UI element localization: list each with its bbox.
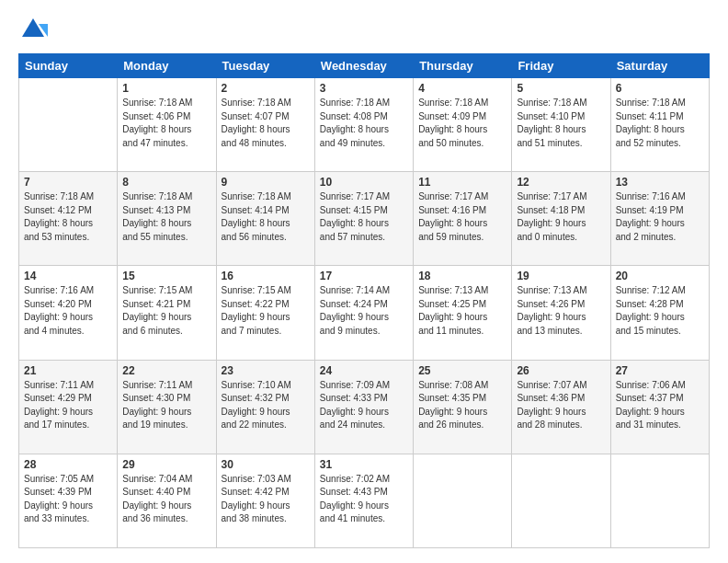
day-info: Sunrise: 7:06 AMSunset: 4:37 PMDaylight:…	[616, 379, 704, 432]
week-row-3: 14Sunrise: 7:16 AMSunset: 4:20 PMDayligh…	[19, 266, 710, 360]
day-info: Sunrise: 7:03 AMSunset: 4:42 PMDaylight:…	[222, 473, 310, 526]
day-info: Sunrise: 7:14 AMSunset: 4:24 PMDaylight:…	[320, 284, 408, 338]
day-info: Sunrise: 7:18 AMSunset: 4:09 PMDaylight:…	[418, 97, 506, 150]
week-row-4: 21Sunrise: 7:11 AMSunset: 4:29 PMDayligh…	[19, 360, 710, 454]
day-number: 27	[616, 364, 704, 377]
calendar-cell: 17Sunrise: 7:14 AMSunset: 4:24 PMDayligh…	[314, 266, 413, 360]
calendar-cell: 10Sunrise: 7:17 AMSunset: 4:15 PMDayligh…	[314, 172, 413, 266]
calendar-cell: 3Sunrise: 7:18 AMSunset: 4:08 PMDaylight…	[314, 78, 413, 172]
day-info: Sunrise: 7:18 AMSunset: 4:12 PMDaylight:…	[24, 190, 112, 244]
calendar-cell: 20Sunrise: 7:12 AMSunset: 4:28 PMDayligh…	[610, 266, 709, 360]
week-row-2: 7Sunrise: 7:18 AMSunset: 4:12 PMDaylight…	[19, 172, 710, 266]
calendar-cell: 1Sunrise: 7:18 AMSunset: 4:06 PMDaylight…	[118, 78, 216, 172]
day-number: 1	[122, 82, 210, 95]
day-info: Sunrise: 7:09 AMSunset: 4:33 PMDaylight:…	[320, 379, 408, 432]
day-number: 26	[517, 364, 605, 377]
day-number: 17	[320, 270, 408, 282]
day-number: 2	[222, 82, 310, 95]
day-number: 14	[24, 270, 112, 282]
day-info: Sunrise: 7:18 AMSunset: 4:07 PMDaylight:…	[222, 97, 310, 150]
day-info: Sunrise: 7:11 AMSunset: 4:29 PMDaylight:…	[24, 379, 112, 432]
calendar-cell: 15Sunrise: 7:15 AMSunset: 4:21 PMDayligh…	[118, 266, 216, 360]
day-number: 24	[320, 364, 408, 377]
calendar-cell: 27Sunrise: 7:06 AMSunset: 4:37 PMDayligh…	[610, 360, 709, 454]
day-info: Sunrise: 7:15 AMSunset: 4:21 PMDaylight:…	[122, 284, 210, 338]
day-number: 4	[418, 82, 506, 95]
calendar-cell: 30Sunrise: 7:03 AMSunset: 4:42 PMDayligh…	[216, 454, 314, 547]
day-number: 28	[24, 458, 112, 471]
calendar-cell: 13Sunrise: 7:16 AMSunset: 4:19 PMDayligh…	[610, 172, 709, 266]
day-info: Sunrise: 7:18 AMSunset: 4:13 PMDaylight:…	[122, 190, 210, 244]
calendar-cell: 8Sunrise: 7:18 AMSunset: 4:13 PMDaylight…	[118, 172, 216, 266]
day-number: 12	[517, 176, 605, 189]
calendar-cell	[610, 454, 709, 547]
calendar-cell: 5Sunrise: 7:18 AMSunset: 4:10 PMDaylight…	[512, 78, 610, 172]
day-number: 16	[222, 270, 310, 282]
calendar-cell: 24Sunrise: 7:09 AMSunset: 4:33 PMDayligh…	[314, 360, 413, 454]
day-number: 19	[517, 270, 605, 282]
weekday-thursday: Thursday	[414, 54, 512, 78]
page: SundayMondayTuesdayWednesdayThursdayFrid…	[0, 0, 728, 563]
header	[18, 15, 710, 44]
weekday-sunday: Sunday	[19, 54, 118, 78]
weekday-tuesday: Tuesday	[216, 54, 314, 78]
day-number: 6	[616, 82, 704, 95]
calendar-cell: 14Sunrise: 7:16 AMSunset: 4:20 PMDayligh…	[19, 266, 118, 360]
day-number: 3	[320, 82, 408, 95]
calendar-cell: 9Sunrise: 7:18 AMSunset: 4:14 PMDaylight…	[216, 172, 314, 266]
calendar-cell: 7Sunrise: 7:18 AMSunset: 4:12 PMDaylight…	[19, 172, 118, 266]
svg-marker-0	[22, 18, 44, 37]
calendar-cell: 11Sunrise: 7:17 AMSunset: 4:16 PMDayligh…	[414, 172, 512, 266]
day-info: Sunrise: 7:17 AMSunset: 4:18 PMDaylight:…	[517, 190, 605, 244]
day-info: Sunrise: 7:18 AMSunset: 4:11 PMDaylight:…	[616, 97, 704, 150]
day-info: Sunrise: 7:17 AMSunset: 4:15 PMDaylight:…	[320, 190, 408, 244]
day-number: 29	[122, 458, 210, 471]
day-number: 30	[222, 458, 310, 471]
day-info: Sunrise: 7:05 AMSunset: 4:39 PMDaylight:…	[24, 473, 112, 526]
day-number: 7	[24, 176, 112, 189]
day-info: Sunrise: 7:07 AMSunset: 4:36 PMDaylight:…	[517, 379, 605, 432]
weekday-saturday: Saturday	[610, 54, 709, 78]
day-number: 11	[418, 176, 506, 189]
week-row-1: 1Sunrise: 7:18 AMSunset: 4:06 PMDaylight…	[19, 78, 710, 172]
day-info: Sunrise: 7:10 AMSunset: 4:32 PMDaylight:…	[222, 379, 310, 432]
calendar-cell: 21Sunrise: 7:11 AMSunset: 4:29 PMDayligh…	[19, 360, 118, 454]
day-info: Sunrise: 7:18 AMSunset: 4:10 PMDaylight:…	[517, 97, 605, 150]
calendar-cell: 28Sunrise: 7:05 AMSunset: 4:39 PMDayligh…	[19, 454, 118, 547]
day-info: Sunrise: 7:17 AMSunset: 4:16 PMDaylight:…	[418, 190, 506, 244]
day-info: Sunrise: 7:18 AMSunset: 4:08 PMDaylight:…	[320, 97, 408, 150]
calendar-cell: 6Sunrise: 7:18 AMSunset: 4:11 PMDaylight…	[610, 78, 709, 172]
calendar-cell	[19, 78, 118, 172]
day-number: 8	[122, 176, 210, 189]
logo-icon	[18, 15, 48, 44]
day-info: Sunrise: 7:12 AMSunset: 4:28 PMDaylight:…	[616, 284, 704, 338]
weekday-wednesday: Wednesday	[314, 54, 413, 78]
calendar-cell: 16Sunrise: 7:15 AMSunset: 4:22 PMDayligh…	[216, 266, 314, 360]
day-info: Sunrise: 7:16 AMSunset: 4:20 PMDaylight:…	[24, 284, 112, 338]
day-info: Sunrise: 7:16 AMSunset: 4:19 PMDaylight:…	[616, 190, 704, 244]
weekday-friday: Friday	[512, 54, 610, 78]
day-number: 21	[24, 364, 112, 377]
day-number: 9	[222, 176, 310, 189]
day-number: 23	[222, 364, 310, 377]
day-info: Sunrise: 7:18 AMSunset: 4:06 PMDaylight:…	[122, 97, 210, 150]
week-row-5: 28Sunrise: 7:05 AMSunset: 4:39 PMDayligh…	[19, 454, 710, 547]
calendar-cell: 23Sunrise: 7:10 AMSunset: 4:32 PMDayligh…	[216, 360, 314, 454]
calendar-cell: 25Sunrise: 7:08 AMSunset: 4:35 PMDayligh…	[414, 360, 512, 454]
calendar-cell: 12Sunrise: 7:17 AMSunset: 4:18 PMDayligh…	[512, 172, 610, 266]
calendar-cell: 22Sunrise: 7:11 AMSunset: 4:30 PMDayligh…	[118, 360, 216, 454]
day-number: 22	[122, 364, 210, 377]
calendar-cell: 18Sunrise: 7:13 AMSunset: 4:25 PMDayligh…	[414, 266, 512, 360]
day-info: Sunrise: 7:13 AMSunset: 4:25 PMDaylight:…	[418, 284, 506, 338]
calendar-cell: 31Sunrise: 7:02 AMSunset: 4:43 PMDayligh…	[314, 454, 413, 547]
day-info: Sunrise: 7:08 AMSunset: 4:35 PMDaylight:…	[418, 379, 506, 432]
day-number: 13	[616, 176, 704, 189]
calendar-cell: 2Sunrise: 7:18 AMSunset: 4:07 PMDaylight…	[216, 78, 314, 172]
day-number: 20	[616, 270, 704, 282]
day-info: Sunrise: 7:04 AMSunset: 4:40 PMDaylight:…	[122, 473, 210, 526]
weekday-monday: Monday	[118, 54, 216, 78]
day-number: 5	[517, 82, 605, 95]
day-info: Sunrise: 7:13 AMSunset: 4:26 PMDaylight:…	[517, 284, 605, 338]
day-number: 10	[320, 176, 408, 189]
calendar-cell: 29Sunrise: 7:04 AMSunset: 4:40 PMDayligh…	[118, 454, 216, 547]
